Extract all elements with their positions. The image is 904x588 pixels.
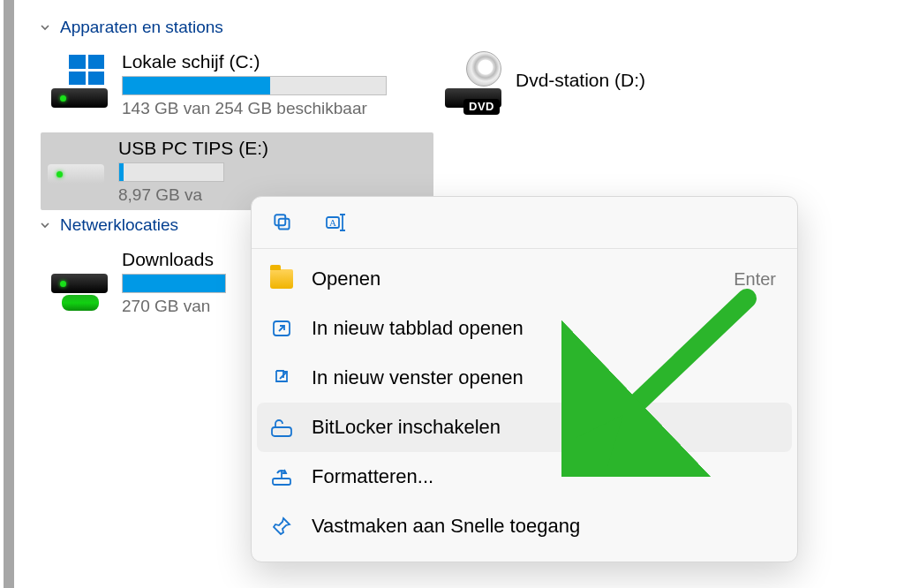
- svg-rect-0: [279, 219, 290, 230]
- network-drive-icon: [49, 253, 109, 307]
- context-menu: A Openen Enter In nieuw tabblad openen: [251, 196, 798, 562]
- pin-icon: [269, 514, 294, 539]
- new-tab-icon: [269, 316, 294, 341]
- svg-rect-6: [272, 427, 291, 436]
- context-menu-toolbar: A: [252, 197, 797, 249]
- capacity-bar: [118, 162, 224, 182]
- drive-title: Downloads: [122, 249, 226, 270]
- windows-logo-icon: [69, 55, 104, 85]
- new-window-icon: [269, 366, 294, 390]
- menu-format[interactable]: Formatteren...: [257, 452, 792, 501]
- svg-text:A: A: [329, 217, 336, 228]
- drive-title: Dvd-station (D:): [516, 70, 645, 91]
- dvd-badge: DVD: [463, 99, 500, 115]
- drive-subtitle: 8,97 GB va: [118, 185, 268, 205]
- drive-local-c[interactable]: Lokale schijf (C:) 143 GB van 254 GB bes…: [44, 46, 394, 124]
- section-devices-label: Apparaten en stations: [60, 18, 223, 37]
- menu-shortcut: Enter: [734, 269, 776, 290]
- dvd-drive-icon: DVD: [443, 55, 503, 109]
- menu-open-new-window[interactable]: In nieuw venster openen: [257, 353, 792, 403]
- menu-open[interactable]: Openen Enter: [257, 254, 792, 304]
- menu-label: Formatteren...: [312, 465, 776, 488]
- drive-title: Lokale schijf (C:): [122, 51, 387, 72]
- drive-icon: [46, 141, 106, 196]
- svg-rect-7: [273, 479, 290, 485]
- folder-icon: [269, 267, 294, 291]
- menu-label: Openen: [312, 268, 716, 290]
- drive-icon: [49, 55, 109, 109]
- menu-label: BitLocker inschakelen: [312, 416, 776, 439]
- rename-icon[interactable]: A: [324, 209, 350, 236]
- section-devices-header[interactable]: Apparaten en stations: [39, 18, 897, 37]
- chevron-down-icon: [39, 219, 51, 231]
- menu-label: In nieuw tabblad openen: [312, 317, 776, 340]
- chevron-down-icon: [39, 21, 51, 34]
- drive-dvd-d[interactable]: DVD Dvd-station (D:): [438, 46, 652, 115]
- drive-title: USB PC TIPS (E:): [118, 138, 268, 159]
- menu-label: Vastmaken aan Snelle toegang: [312, 515, 776, 538]
- menu-open-new-tab[interactable]: In nieuw tabblad openen: [257, 304, 792, 353]
- menu-label: In nieuw venster openen: [312, 366, 776, 389]
- drive-subtitle: 143 GB van 254 GB beschikbaar: [122, 99, 387, 118]
- lock-icon: [269, 415, 294, 440]
- format-icon: [269, 464, 294, 489]
- capacity-bar: [122, 274, 226, 293]
- section-network-label: Netwerklocaties: [60, 215, 178, 235]
- copy-icon[interactable]: [269, 209, 296, 236]
- capacity-bar: [122, 76, 387, 95]
- menu-bitlocker-enable[interactable]: BitLocker inschakelen: [257, 403, 792, 452]
- svg-rect-1: [275, 215, 285, 225]
- drive-subtitle: 270 GB van: [122, 297, 226, 316]
- menu-pin-quick-access[interactable]: Vastmaken aan Snelle toegang: [257, 501, 792, 551]
